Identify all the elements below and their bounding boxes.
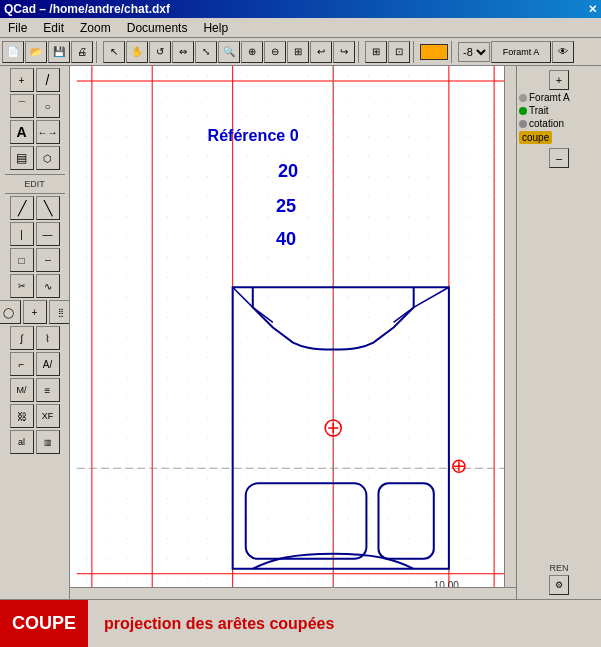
circle-tool2[interactable]: ◯: [0, 300, 21, 324]
statusbar: COUPE projection des arêtes coupées: [0, 599, 601, 647]
save-button[interactable]: 💾: [48, 41, 70, 63]
crosshair-icon[interactable]: +: [10, 68, 34, 92]
menu-help[interactable]: Help: [195, 19, 236, 37]
draw-tools-row10: ∫ ⌇: [10, 326, 60, 350]
new-button[interactable]: 📄: [2, 41, 24, 63]
menu-documents[interactable]: Documents: [119, 19, 196, 37]
layer-item-cotation[interactable]: cotation: [519, 118, 599, 129]
vert-line-tool[interactable]: |: [10, 222, 34, 246]
layer-panel-button[interactable]: Foramt A: [491, 41, 551, 63]
status-coupe-label: COUPE: [0, 600, 88, 647]
menu-edit[interactable]: Edit: [35, 19, 72, 37]
status-description: projection des arêtes coupées: [88, 615, 334, 633]
layer-item-coupe[interactable]: coupe: [519, 131, 599, 144]
draw-tools-row12: M/ ≡: [10, 378, 60, 402]
svg-text:20: 20: [278, 161, 298, 181]
left-toolbar-divider1: [5, 174, 65, 175]
circle-button[interactable]: ○: [36, 94, 60, 118]
minus-button[interactable]: –: [549, 148, 569, 168]
ren-button[interactable]: ⚙: [549, 575, 569, 595]
text-button[interactable]: A: [10, 120, 34, 144]
chain-tool[interactable]: ⛓: [10, 404, 34, 428]
print-button[interactable]: 🖨: [71, 41, 93, 63]
horizontal-scrollbar[interactable]: [70, 587, 516, 599]
main-area: + / ⌒ ○ A ←→ ▤ ⬡ EDIT ╱ ╲ | — □ ╌: [0, 66, 601, 599]
draw-tools-row1: + /: [10, 68, 60, 92]
layer-name-format: Foramt A: [529, 92, 570, 103]
zoom-out[interactable]: ⊖: [264, 41, 286, 63]
scale-button[interactable]: ⤡: [195, 41, 217, 63]
toolbar-sep1: [96, 41, 100, 63]
array-tool[interactable]: al: [10, 430, 34, 454]
draw-tools-row14: al ▥: [10, 430, 60, 454]
pattern-tool[interactable]: ▥: [36, 430, 60, 454]
left-toolbar: + / ⌒ ○ A ←→ ▤ ⬡ EDIT ╱ ╲ | — □ ╌: [0, 66, 70, 599]
draw-tools-row13: ⛓ XF: [10, 404, 60, 428]
toolbar-sep2: [358, 41, 362, 63]
arc-button[interactable]: ⌒: [10, 94, 34, 118]
line-width-select[interactable]: -8 1 2: [458, 42, 490, 62]
layer-active-badge: coupe: [519, 131, 552, 144]
hatch-button[interactable]: ▤: [10, 146, 34, 170]
layer-name-trait: Trait: [529, 105, 549, 116]
draw-tools-row9: ◯ + ⣿: [0, 300, 70, 324]
menu-zoom[interactable]: Zoom: [72, 19, 119, 37]
rotate-button[interactable]: ↺: [149, 41, 171, 63]
menu-file[interactable]: File: [0, 19, 35, 37]
color-picker[interactable]: [420, 44, 448, 60]
title-text: QCad – /home/andre/chat.dxf: [4, 2, 170, 16]
spline-tool[interactable]: ⌇: [36, 326, 60, 350]
snap-button[interactable]: ⊡: [388, 41, 410, 63]
eye-button[interactable]: 👁: [552, 41, 574, 63]
grid-button[interactable]: ⊞: [365, 41, 387, 63]
toolbar-sep4: [451, 41, 455, 63]
open-button[interactable]: 📂: [25, 41, 47, 63]
zoom-in[interactable]: ⊕: [241, 41, 263, 63]
layer-color-cotation: [519, 120, 527, 128]
horiz-line-tool[interactable]: —: [36, 222, 60, 246]
layer-add-button[interactable]: +: [549, 70, 569, 90]
zoom-all[interactable]: ⊞: [287, 41, 309, 63]
align-tool[interactable]: ≡: [36, 378, 60, 402]
layer-color-trait: [519, 107, 527, 115]
line-tool[interactable]: ╱: [10, 196, 34, 220]
undo-button[interactable]: ↩: [310, 41, 332, 63]
rect-tool[interactable]: □: [10, 248, 34, 272]
mirror-button[interactable]: ⇔: [172, 41, 194, 63]
dash-tool[interactable]: ╌: [36, 248, 60, 272]
dim-button[interactable]: ←→: [36, 120, 60, 144]
right-panel: + Foramt A Trait cotation coupe – REN ⚙: [516, 66, 601, 599]
drawing-area: Référence 0 20 25 40 10.00: [70, 66, 516, 599]
curve-tool[interactable]: ∿: [36, 274, 60, 298]
fillet-tool[interactable]: ⌐: [10, 352, 34, 376]
ren-label: REN: [519, 563, 599, 573]
polyline-button[interactable]: ⬡: [36, 146, 60, 170]
move-button[interactable]: ✋: [126, 41, 148, 63]
draw-tools-row2: ⌒ ○: [10, 94, 60, 118]
layer-color-format: [519, 94, 527, 102]
plus-tool[interactable]: +: [23, 300, 47, 324]
svg-text:Référence 0: Référence 0: [208, 126, 299, 144]
toolbar: 📄 📂 💾 🖨 ↖ ✋ ↺ ⇔ ⤡ 🔍 ⊕ ⊖ ⊞ ↩ ↪ ⊞ ⊡ -8 1 2…: [0, 38, 601, 66]
vertical-scrollbar[interactable]: [504, 66, 516, 587]
measure-tool[interactable]: M/: [10, 378, 34, 402]
close-button[interactable]: ✕: [588, 3, 597, 16]
redo-button[interactable]: ↪: [333, 41, 355, 63]
svg-text:25: 25: [276, 196, 296, 216]
dots-tool[interactable]: ⣿: [49, 300, 71, 324]
line-tool2[interactable]: ╲: [36, 196, 60, 220]
break-tool[interactable]: ✂: [10, 274, 34, 298]
drawing-svg: Référence 0 20 25 40 10.00: [70, 66, 516, 599]
zoom-window[interactable]: 🔍: [218, 41, 240, 63]
text-tool2[interactable]: A/: [36, 352, 60, 376]
svg-text:40: 40: [276, 229, 296, 249]
edit-label: EDIT: [24, 179, 45, 189]
layer-item-format[interactable]: Foramt A: [519, 92, 599, 103]
layer-item-trait[interactable]: Trait: [519, 105, 599, 116]
select-button[interactable]: ↖: [103, 41, 125, 63]
xref-tool[interactable]: XF: [36, 404, 60, 428]
menubar: File Edit Zoom Documents Help: [0, 18, 601, 38]
draw-tools-row4: ▤ ⬡: [10, 146, 60, 170]
diagonal-line-button[interactable]: /: [36, 68, 60, 92]
bezier-tool[interactable]: ∫: [10, 326, 34, 350]
